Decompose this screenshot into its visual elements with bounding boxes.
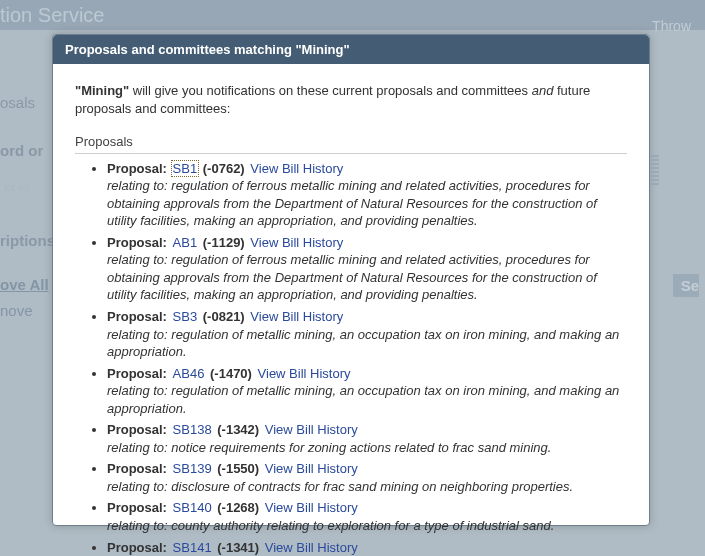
bill-id-link[interactable]: AB1: [171, 234, 200, 251]
resize-handle[interactable]: [651, 155, 659, 185]
intro-keyword: "Mining": [75, 83, 129, 98]
view-bill-history-link[interactable]: View Bill History: [248, 308, 345, 325]
bill-id-link[interactable]: SB141: [171, 539, 214, 556]
proposal-item: Proposal: SB140 (-1268) View Bill Histor…: [107, 499, 627, 534]
view-bill-history-link[interactable]: View Bill History: [248, 234, 345, 251]
intro-mid: will give you notifications on these cur…: [129, 83, 531, 98]
proposals-heading: Proposals: [75, 133, 627, 154]
view-bill-history-link[interactable]: View Bill History: [263, 460, 360, 477]
proposal-label: Proposal:: [107, 540, 171, 555]
bill-id-link[interactable]: SB3: [171, 308, 200, 325]
bill-code: (-0821): [203, 309, 245, 324]
proposal-label: Proposal:: [107, 235, 171, 250]
bill-id-link[interactable]: SB140: [171, 499, 214, 516]
bill-code: (-0762): [203, 161, 245, 176]
bill-id-link[interactable]: SB139: [171, 460, 214, 477]
proposal-label: Proposal:: [107, 461, 171, 476]
proposal-description: relating to: disclosure of contracts for…: [107, 478, 627, 496]
intro-text: "Mining" will give you notifications on …: [75, 82, 627, 117]
proposal-label: Proposal:: [107, 366, 171, 381]
proposal-description: relating to: regulation of metallic mini…: [107, 382, 627, 417]
proposals-list: Proposal: SB1 (-0762) View Bill Historyr…: [75, 160, 627, 556]
bill-id-link[interactable]: SB138: [171, 421, 214, 438]
proposal-item: Proposal: SB3 (-0821) View Bill Historyr…: [107, 308, 627, 361]
view-bill-history-link[interactable]: View Bill History: [263, 499, 360, 516]
proposal-item: Proposal: AB1 (-1129) View Bill Historyr…: [107, 234, 627, 304]
bill-code: (-1342): [217, 422, 259, 437]
proposal-item: Proposal: SB1 (-0762) View Bill Historyr…: [107, 160, 627, 230]
dialog-title: Proposals and committees matching "Minin…: [53, 35, 649, 64]
view-bill-history-link[interactable]: View Bill History: [263, 421, 360, 438]
proposal-description: relating to: notice requirements for zon…: [107, 439, 627, 457]
proposal-label: Proposal:: [107, 161, 171, 176]
bill-code: (-1550): [217, 461, 259, 476]
proposal-description: relating to: county authority relating t…: [107, 517, 627, 535]
view-bill-history-link[interactable]: View Bill History: [256, 365, 353, 382]
bill-code: (-1470): [210, 366, 252, 381]
proposal-description: relating to: regulation of metallic mini…: [107, 326, 627, 361]
bill-code: (-1341): [217, 540, 259, 555]
proposal-item: Proposal: SB138 (-1342) View Bill Histor…: [107, 421, 627, 456]
view-bill-history-link[interactable]: View Bill History: [248, 160, 345, 177]
proposal-item: Proposal: SB141 (-1341) View Bill Histor…: [107, 539, 627, 556]
bill-id-link[interactable]: SB1: [171, 160, 200, 177]
view-bill-history-link[interactable]: View Bill History: [263, 539, 360, 556]
proposals-dialog: Proposals and committees matching "Minin…: [52, 34, 650, 526]
proposal-label: Proposal:: [107, 422, 171, 437]
proposal-description: relating to: regulation of ferrous metal…: [107, 177, 627, 230]
proposal-label: Proposal:: [107, 309, 171, 324]
intro-em: and: [532, 83, 554, 98]
bill-code: (-1129): [203, 235, 245, 250]
proposal-item: Proposal: SB139 (-1550) View Bill Histor…: [107, 460, 627, 495]
bill-id-link[interactable]: AB46: [171, 365, 207, 382]
proposal-description: relating to: regulation of ferrous metal…: [107, 251, 627, 304]
proposal-label: Proposal:: [107, 500, 171, 515]
proposal-item: Proposal: AB46 (-1470) View Bill History…: [107, 365, 627, 418]
bill-code: (-1268): [217, 500, 259, 515]
dialog-body-wrap: "Mining" will give you notifications on …: [53, 64, 649, 556]
dialog-body[interactable]: "Mining" will give you notifications on …: [53, 64, 649, 556]
